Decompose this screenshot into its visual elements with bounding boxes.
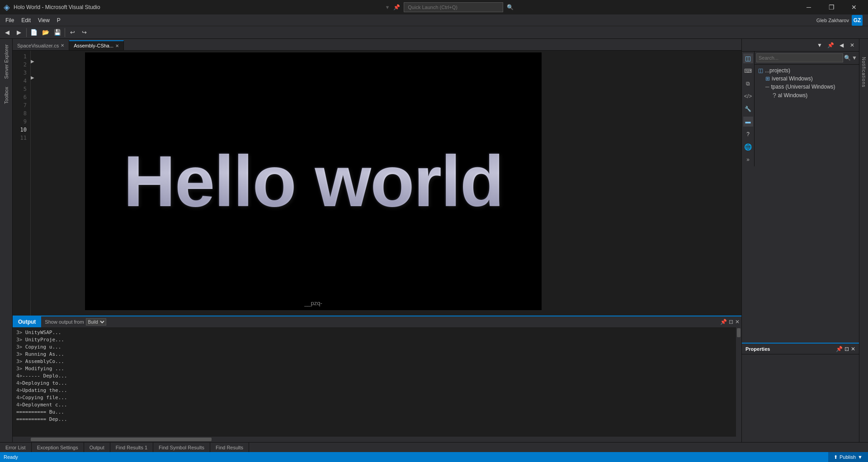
fold-icon-4[interactable]: ▶: [31, 75, 34, 80]
status-ready-text: Ready: [4, 454, 18, 460]
menu-file[interactable]: File: [2, 15, 18, 25]
line-5: 5: [13, 85, 27, 93]
open-button[interactable]: 📂: [40, 27, 51, 38]
se-pin-button[interactable]: 📌: [826, 40, 835, 50]
publish-button[interactable]: ⬆ Publish ▼: [828, 452, 868, 462]
output-tab-bar: Output Show output from Build: [13, 316, 110, 327]
output-line-5: 3> AssemblyCo...: [16, 358, 738, 365]
restore-button[interactable]: ❐: [821, 0, 842, 14]
props-panel: Properties 📌 ⊡ ✕: [742, 343, 859, 442]
file-tab-assembly[interactable]: Assembly-CSha... ✕: [69, 40, 124, 50]
se-pin-alt-button[interactable]: ◀: [836, 40, 846, 50]
line-3: 3: [13, 69, 27, 77]
se-universal-label: iversal Windows): [772, 75, 813, 82]
output-line-4: 3> Running As...: [16, 351, 738, 358]
se-item-windows[interactable]: ? al Windows): [755, 91, 859, 100]
back-button[interactable]: ◀: [2, 27, 13, 38]
se-main-area: ◫ ⌨ ⧉ </> 🔧 ▬ ? 🌐 » 🔍 ▼: [742, 52, 859, 166]
se-close-button[interactable]: ✕: [847, 40, 857, 50]
redo-button[interactable]: ↪: [79, 27, 90, 38]
output-line-6: 3> Modifying ...: [16, 365, 738, 372]
output-source-select[interactable]: Build: [86, 318, 106, 325]
output-line-11: 4>Deployment c...: [16, 401, 738, 409]
main-layout: Server Explorer Toolbox SpaceVisualizer.…: [0, 39, 868, 442]
file-tab-spacevisualizer[interactable]: SpaceVisualizer.cs ✕: [13, 40, 69, 50]
se-item-bypass[interactable]: ─ tpass (Universal Windows): [755, 83, 859, 91]
se-expand-arrow-icon[interactable]: ▼: [852, 55, 857, 61]
tab-find-symbol-results[interactable]: Find Symbol Results: [153, 443, 210, 453]
output-close-button[interactable]: ✕: [735, 319, 740, 325]
menu-view[interactable]: View: [34, 15, 53, 25]
close-button[interactable]: ✕: [844, 0, 864, 14]
menu-edit[interactable]: Edit: [18, 15, 34, 25]
props-expand-button[interactable]: ⊡: [844, 346, 849, 352]
output-body[interactable]: 3> UnityWSAP... 3> UnityProje... 3> Copy…: [13, 327, 741, 442]
line-8: 8: [13, 109, 27, 118]
se-code-icon[interactable]: </>: [743, 91, 753, 101]
sidebar-tab-toolbox[interactable]: Toolbox: [2, 83, 11, 108]
se-universal-icon: ⊞: [765, 75, 770, 82]
tab-find-results[interactable]: Find Results: [210, 443, 249, 453]
se-tools-icon[interactable]: 🔧: [743, 104, 753, 114]
editor-area: SpaceVisualizer.cs ✕ Assembly-CSha... ✕ …: [13, 39, 741, 442]
quick-launch-input[interactable]: [404, 2, 503, 12]
se-search-icon[interactable]: 🔍: [844, 55, 851, 61]
forward-button[interactable]: ▶: [14, 27, 24, 38]
se-search-area: 🔍 ▼: [755, 52, 859, 65]
se-solution-icon[interactable]: ◫: [743, 53, 753, 63]
output-line-12: ========== Bu...: [16, 409, 738, 416]
output-hscrollbar[interactable]: [13, 437, 736, 442]
tab-find-results-1[interactable]: Find Results 1: [110, 443, 153, 453]
output-controls: 📌 ⊡ ✕: [720, 319, 741, 325]
file-tab-assembly-close-icon[interactable]: ✕: [115, 43, 119, 48]
se-item-universal[interactable]: ⊞ iversal Windows): [755, 75, 859, 83]
file-tab-close-icon[interactable]: ✕: [61, 43, 64, 48]
se-more-icon[interactable]: »: [743, 155, 753, 165]
tab-error-list[interactable]: Error List: [0, 443, 32, 453]
output-hscroll-thumb[interactable]: [31, 438, 212, 441]
output-line-1: 3> UnityWSAP...: [16, 329, 738, 336]
se-search-input[interactable]: [756, 53, 843, 62]
user-avatar: GZ: [852, 15, 863, 26]
bottom-tabs: Error List Exception Settings Output Fin…: [0, 442, 868, 452]
publish-icon: ⬆: [834, 454, 838, 460]
tab-exception-settings[interactable]: Exception Settings: [32, 443, 84, 453]
se-bar-icon[interactable]: ▬: [743, 117, 753, 127]
output-scroll-thumb[interactable]: [737, 328, 741, 337]
notifications-label: Notifications: [861, 57, 866, 87]
se-keyboard-icon[interactable]: ⌨: [743, 66, 753, 76]
filter-icon: ▼: [385, 5, 390, 10]
output-float-button[interactable]: ⊡: [729, 319, 733, 325]
se-content-area: 🔍 ▼ ◫ ...projects) ⊞ iversal Windows): [755, 52, 859, 166]
output-scrollbar[interactable]: [736, 327, 741, 442]
output-tab[interactable]: Output: [13, 316, 41, 327]
minimize-button[interactable]: ─: [798, 0, 819, 14]
file-tab-label: SpaceVisualizer.cs: [17, 43, 59, 48]
toolbar: ◀ ▶ 📄 📂 💾 ↩ ↪: [0, 26, 868, 39]
output-pin-button[interactable]: 📌: [720, 319, 727, 325]
se-item-projects[interactable]: ◫ ...projects): [755, 66, 859, 75]
new-project-button[interactable]: 📄: [28, 27, 39, 38]
output-line-9: 4>Updating the...: [16, 387, 738, 394]
preview-label: __pzq-: [304, 300, 322, 306]
props-pin-button[interactable]: 📌: [836, 346, 843, 352]
se-copy-icon[interactable]: ⧉: [743, 79, 753, 89]
user-name: Gleb Zakharov: [816, 18, 849, 23]
user-area: Gleb Zakharov GZ: [816, 15, 866, 26]
undo-button[interactable]: ↩: [67, 27, 78, 38]
se-expand-button[interactable]: ▼: [815, 40, 825, 50]
props-close-button[interactable]: ✕: [851, 346, 855, 352]
se-globe-icon[interactable]: 🌐: [743, 142, 753, 152]
sidebar-tab-server-explorer[interactable]: Server Explorer: [2, 41, 11, 82]
save-button[interactable]: 💾: [52, 27, 63, 38]
output-header: Output Show output from Build 📌 ⊡ ✕: [13, 316, 741, 327]
title-text: Holo World - Microsoft Visual Studio: [14, 4, 100, 10]
se-bypass-label: tpass (Universal Windows): [771, 84, 835, 90]
tab-output[interactable]: Output: [84, 443, 110, 453]
output-line-2: 3> UnityProje...: [16, 336, 738, 344]
se-tree: ◫ ...projects) ⊞ iversal Windows) ─ tpas…: [755, 65, 859, 102]
menu-project[interactable]: P: [53, 15, 64, 25]
se-panel-controls: ▼ 📌 ◀ ✕: [742, 39, 859, 52]
fold-icon-1[interactable]: ▶: [31, 59, 34, 64]
output-line-7: 4>------ Deplo...: [16, 372, 738, 380]
